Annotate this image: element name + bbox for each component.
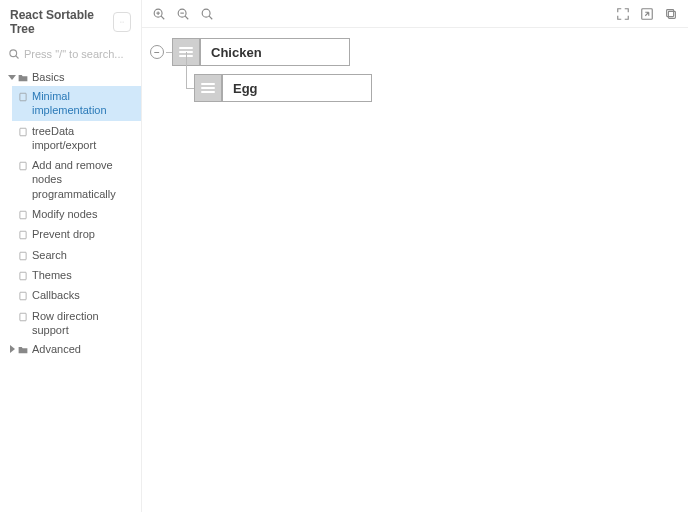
file-icon xyxy=(18,290,28,300)
zoom-out-icon[interactable] xyxy=(176,7,190,21)
file-icon xyxy=(18,229,28,239)
connector-vline xyxy=(186,52,187,88)
toolbar-right xyxy=(616,7,678,21)
file-icon xyxy=(18,126,28,136)
file-icon xyxy=(18,91,28,101)
svg-point-1 xyxy=(121,22,122,23)
svg-rect-7 xyxy=(20,128,26,136)
main-panel: − Chicken Egg xyxy=(142,0,688,512)
tree-group-header-advanced[interactable]: Advanced xyxy=(0,340,141,358)
tree-node-child: Egg xyxy=(194,74,372,102)
canvas: − Chicken Egg xyxy=(142,28,688,512)
node-title[interactable]: Egg xyxy=(222,74,372,102)
sidebar: React Sortable Tree Basics xyxy=(0,0,142,512)
sidebar-item-themes[interactable]: Themes xyxy=(12,265,141,285)
svg-rect-12 xyxy=(20,272,26,280)
sidebar-item-label: Themes xyxy=(32,268,72,282)
zoom-reset-icon[interactable] xyxy=(200,7,214,21)
caret-right-icon xyxy=(8,345,16,353)
search-row xyxy=(0,44,141,68)
collapse-button[interactable]: − xyxy=(150,45,164,59)
sidebar-item-addremove[interactable]: Add and remove nodes programmatically xyxy=(12,155,141,204)
sidebar-item-minimal[interactable]: Minimal implementation xyxy=(12,86,141,121)
file-icon xyxy=(18,160,28,170)
svg-line-17 xyxy=(161,16,164,19)
search-input[interactable] xyxy=(24,48,133,60)
svg-rect-10 xyxy=(20,232,26,240)
copy-icon[interactable] xyxy=(664,7,678,21)
svg-point-0 xyxy=(120,22,121,23)
sidebar-item-modify[interactable]: Modify nodes xyxy=(12,204,141,224)
sidebar-item-label: Search xyxy=(32,248,67,262)
caret-down-icon xyxy=(8,73,16,81)
svg-rect-26 xyxy=(667,9,674,16)
search-icon xyxy=(8,48,20,60)
sidebar-item-treedata[interactable]: treeData import/export xyxy=(12,121,141,156)
svg-rect-14 xyxy=(20,313,26,321)
tree-group-header-basics[interactable]: Basics xyxy=(0,68,141,86)
open-new-icon[interactable] xyxy=(640,7,654,21)
sidebar-item-rowdirection[interactable]: Row direction support xyxy=(12,306,141,341)
toolbar-left xyxy=(152,7,214,21)
svg-point-3 xyxy=(10,50,17,57)
sidebar-item-label: Row direction support xyxy=(32,309,133,338)
file-icon xyxy=(18,311,28,321)
svg-marker-5 xyxy=(8,75,16,80)
sidebar-item-label: Prevent drop xyxy=(32,227,95,241)
sidebar-item-label: Callbacks xyxy=(32,288,80,302)
sidebar-header: React Sortable Tree xyxy=(0,0,141,44)
svg-marker-15 xyxy=(10,345,15,353)
svg-rect-6 xyxy=(20,93,26,101)
app-title: React Sortable Tree xyxy=(10,8,113,36)
svg-rect-9 xyxy=(20,211,26,219)
tree-group-advanced: Advanced xyxy=(0,340,141,358)
sidebar-tree: Basics Minimal implementation treeData i… xyxy=(0,68,141,366)
drag-handle-icon xyxy=(201,83,215,93)
svg-point-2 xyxy=(123,22,124,23)
folder-icon xyxy=(18,344,28,354)
connector-hline xyxy=(186,88,194,89)
svg-point-23 xyxy=(202,9,210,17)
sidebar-item-label: Modify nodes xyxy=(32,207,97,221)
ellipsis-icon xyxy=(116,20,128,24)
node-title[interactable]: Chicken xyxy=(200,38,350,66)
tree-group-label: Basics xyxy=(32,71,64,83)
tree-group-basics: Basics Minimal implementation treeData i… xyxy=(0,68,141,340)
drag-handle[interactable] xyxy=(194,74,222,102)
sidebar-item-preventdrop[interactable]: Prevent drop xyxy=(12,224,141,244)
svg-rect-8 xyxy=(20,162,26,170)
tree-children-basics: Minimal implementation treeData import/e… xyxy=(0,86,141,340)
sidebar-item-label: Minimal implementation xyxy=(32,89,133,118)
zoom-in-icon[interactable] xyxy=(152,7,166,21)
sidebar-item-label: Add and remove nodes programmatically xyxy=(32,158,133,201)
tree-node-root: − Chicken xyxy=(150,38,350,66)
toolbar xyxy=(142,0,688,28)
fullscreen-icon[interactable] xyxy=(616,7,630,21)
sidebar-item-label: treeData import/export xyxy=(32,124,133,153)
more-button[interactable] xyxy=(113,12,131,32)
svg-rect-13 xyxy=(20,293,26,301)
tree-group-label: Advanced xyxy=(32,343,81,355)
sidebar-item-search[interactable]: Search xyxy=(12,245,141,265)
file-icon xyxy=(18,270,28,280)
file-icon xyxy=(18,250,28,260)
svg-line-4 xyxy=(16,56,19,59)
svg-rect-27 xyxy=(668,11,675,18)
sidebar-item-callbacks[interactable]: Callbacks xyxy=(12,285,141,305)
svg-line-21 xyxy=(185,16,188,19)
svg-rect-11 xyxy=(20,252,26,260)
svg-line-24 xyxy=(209,16,212,19)
folder-icon xyxy=(18,72,28,82)
file-icon xyxy=(18,209,28,219)
